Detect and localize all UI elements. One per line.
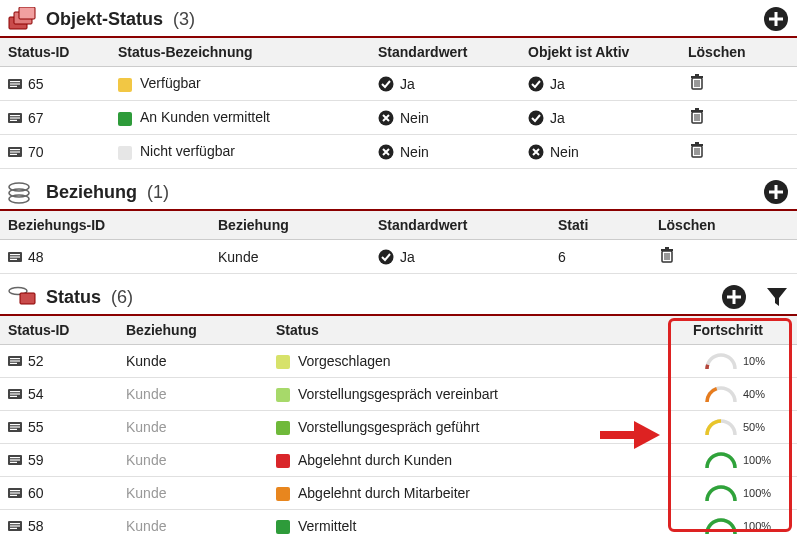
add-beziehung-button[interactable] <box>763 179 789 205</box>
delete-button[interactable] <box>658 246 676 264</box>
status-label: An Kunden vermittelt <box>140 109 270 125</box>
color-swatch <box>276 421 290 435</box>
table-row[interactable]: 58 Kunde Vermittelt 100% <box>0 510 797 536</box>
delete-button[interactable] <box>688 73 706 91</box>
add-objekt-status-button[interactable] <box>763 6 789 32</box>
svg-rect-32 <box>10 151 20 152</box>
svg-point-10 <box>379 76 394 91</box>
svg-rect-69 <box>10 391 20 392</box>
item-icon <box>8 146 22 158</box>
col-aktiv: Objekt ist Aktiv <box>520 38 680 67</box>
table-row[interactable]: 67 An Kunden vermittelt Nein Ja <box>0 101 797 135</box>
progress-text: 10% <box>743 355 771 367</box>
beziehung-label: Kunde <box>126 485 166 501</box>
item-icon <box>8 78 22 90</box>
status-label: Verfügbar <box>140 75 201 91</box>
svg-rect-21 <box>10 119 17 120</box>
active-text: Ja <box>550 76 565 92</box>
svg-rect-83 <box>10 495 17 496</box>
svg-rect-50 <box>10 256 20 257</box>
svg-point-52 <box>379 249 394 264</box>
progress-text: 100% <box>743 487 771 499</box>
beziehung-label: Kunde <box>126 386 166 402</box>
table-row[interactable]: 59 Kunde Abgelehnt durch Kunden 100% <box>0 444 797 477</box>
svg-rect-82 <box>10 492 20 493</box>
col-status-bez: Status-Bezeichnung <box>110 38 370 67</box>
check-icon <box>528 110 544 126</box>
status-label: Abgelehnt durch Kunden <box>298 452 452 468</box>
status-table: Status-ID Beziehung Status Fortschritt 5… <box>0 316 797 535</box>
table-row[interactable]: 54 Kunde Vorstellungsgespräch vereinbart… <box>0 378 797 411</box>
item-icon <box>8 520 22 532</box>
section-title: Objekt-Status <box>46 9 163 30</box>
section-count: (3) <box>173 9 195 30</box>
table-row[interactable]: 60 Kunde Abgelehnt durch Mitarbeiter 100… <box>0 477 797 510</box>
filter-button[interactable] <box>765 285 789 309</box>
svg-rect-71 <box>10 396 17 397</box>
item-icon <box>8 421 22 433</box>
color-swatch <box>118 78 132 92</box>
svg-rect-5 <box>769 18 783 21</box>
status-label: Abgelehnt durch Mitarbeiter <box>298 485 470 501</box>
check-icon <box>528 76 544 92</box>
svg-rect-65 <box>10 358 20 359</box>
color-swatch <box>276 454 290 468</box>
stati-count: 6 <box>558 249 566 265</box>
status-label: Vermittelt <box>298 518 356 534</box>
svg-point-23 <box>529 110 544 125</box>
table-row[interactable]: 65 Verfügbar Ja Ja <box>0 67 797 101</box>
card-stack-icon <box>8 285 36 309</box>
progress-gauge: 50% <box>685 417 789 437</box>
std-text: Ja <box>400 249 415 265</box>
svg-rect-13 <box>691 76 703 78</box>
svg-rect-31 <box>10 149 20 150</box>
beziehung-table: Beziehungs-ID Beziehung Standardwert Sta… <box>0 211 797 274</box>
beziehung-label: Kunde <box>218 249 258 265</box>
table-row[interactable]: 48 Kunde Ja 6 <box>0 240 797 274</box>
svg-rect-70 <box>10 393 20 394</box>
stack-icon <box>8 180 36 204</box>
svg-rect-78 <box>10 459 20 460</box>
std-text: Nein <box>400 110 429 126</box>
svg-rect-74 <box>10 426 20 427</box>
svg-rect-47 <box>769 191 783 194</box>
svg-rect-67 <box>10 363 17 364</box>
color-swatch <box>276 520 290 534</box>
svg-point-44 <box>9 195 29 203</box>
table-row[interactable]: 70 Nicht verfügbar Nein Nein <box>0 135 797 169</box>
section-count: (6) <box>111 287 133 308</box>
delete-button[interactable] <box>688 107 706 125</box>
progress-text: 100% <box>743 454 771 466</box>
table-row[interactable]: 52 Kunde Vorgeschlagen 10% <box>0 345 797 378</box>
status-id: 67 <box>28 110 44 126</box>
progress-gauge: 100% <box>685 516 789 535</box>
color-swatch <box>118 112 132 126</box>
beziehung-label: Kunde <box>126 353 166 369</box>
status-label: Vorstellungsgespräch vereinbart <box>298 386 498 402</box>
col-beziehungs-id: Beziehungs-ID <box>0 211 210 240</box>
svg-rect-37 <box>691 144 703 146</box>
svg-rect-38 <box>695 142 699 144</box>
item-icon <box>8 251 22 263</box>
col-status-id: Status-ID <box>0 316 118 345</box>
col-fortschritt: Fortschritt <box>677 316 797 345</box>
status-id: 55 <box>28 419 44 435</box>
svg-rect-88 <box>600 431 636 439</box>
status-label: Vorgeschlagen <box>298 353 391 369</box>
objekt-status-table: Status-ID Status-Bezeichnung Standardwer… <box>0 38 797 169</box>
table-row[interactable]: 55 Kunde Vorstellungsgespräch geführt 50… <box>0 411 797 444</box>
status-id: 58 <box>28 518 44 534</box>
status-label: Vorstellungsgespräch geführt <box>298 419 479 435</box>
svg-rect-79 <box>10 462 17 463</box>
std-text: Ja <box>400 76 415 92</box>
col-loeschen: Löschen <box>680 38 797 67</box>
status-id: 70 <box>28 144 44 160</box>
svg-rect-7 <box>10 81 20 82</box>
item-icon <box>8 355 22 367</box>
active-text: Ja <box>550 110 565 126</box>
add-status-button[interactable] <box>721 284 747 310</box>
svg-rect-75 <box>10 429 17 430</box>
svg-rect-77 <box>10 457 20 458</box>
svg-rect-87 <box>10 528 17 529</box>
delete-button[interactable] <box>688 141 706 159</box>
